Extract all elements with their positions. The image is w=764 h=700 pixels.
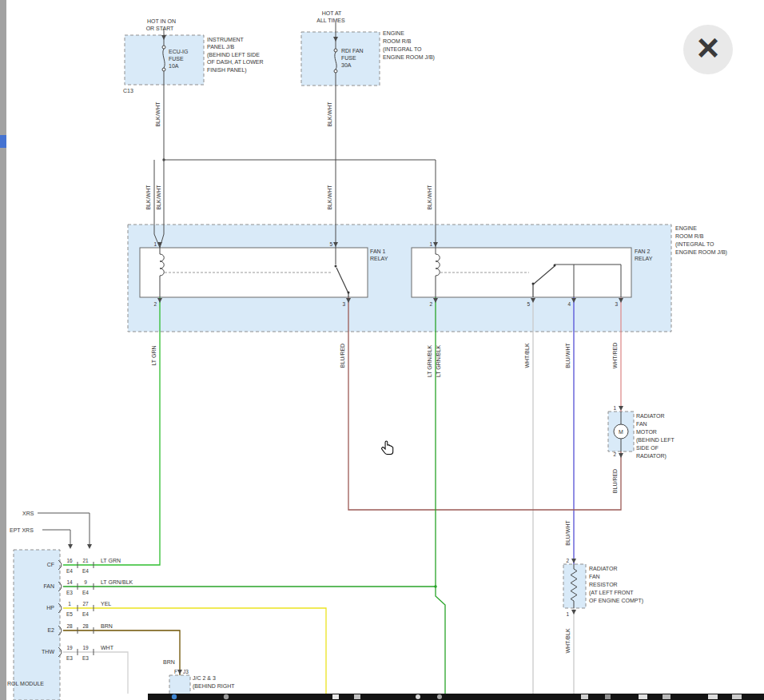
pin-number: 9 <box>84 579 87 585</box>
connector-name: XRS <box>22 511 34 516</box>
power-label: HOT IN ON <box>147 18 176 24</box>
location-note: (BEHIND LEFT <box>636 437 675 443</box>
location-note: (AT LEFT FRONT <box>589 590 634 596</box>
taskbar-app-icon[interactable] <box>605 694 611 699</box>
ecm-pin-name: HP <box>46 605 54 611</box>
connector-id: E4 <box>82 590 89 595</box>
connector-id: J3 <box>183 669 189 674</box>
modal-background <box>6 0 764 700</box>
taskbar-app-icon[interactable] <box>732 694 742 699</box>
fuse-name: FUSE <box>341 55 356 61</box>
location-note: PANEL J/B <box>207 44 235 50</box>
junction-dot <box>162 158 165 161</box>
pin-number: 27 <box>82 601 89 607</box>
pin-number: 14 <box>66 579 73 585</box>
pin-number: 3 <box>342 301 345 307</box>
relay-name: RELAY <box>635 256 653 261</box>
location-note: FAN <box>589 574 600 579</box>
resistor-box <box>563 564 586 608</box>
connector-id: E3 <box>82 655 89 661</box>
pin-number: 2 <box>566 558 569 563</box>
taskbar-app-icon[interactable] <box>639 694 647 699</box>
fuse-name: RDI FAN <box>341 48 364 54</box>
location-note: ENGINE ROOM J/B) <box>675 249 727 256</box>
wire-label: WHT <box>101 645 114 650</box>
connector-id: E4 <box>82 611 89 617</box>
location-note: ENGINE ROOM J/B) <box>383 54 435 61</box>
location-note: ENGINE <box>675 225 697 231</box>
taskbar-strip[interactable] <box>148 694 764 700</box>
pin-number: 2 <box>429 301 432 307</box>
power-label: ALL TIMES <box>316 18 345 23</box>
taskbar-app-icon[interactable] <box>416 694 420 699</box>
wire-label: YEL <box>101 601 111 607</box>
pin-number: 28 <box>66 623 73 629</box>
taskbar[interactable] <box>148 694 764 700</box>
taskbar-app-icon[interactable] <box>663 694 670 699</box>
ecm-box <box>14 550 60 700</box>
location-note: OF DASH, AT LOWER <box>207 59 264 65</box>
connector-id: E4 <box>82 568 89 574</box>
wire-label: BLK/WHT <box>327 185 332 210</box>
taskbar-app-icon[interactable] <box>224 694 229 699</box>
wire-label: BLK/WHT <box>145 185 151 210</box>
wire-label: LT GRN <box>101 558 121 563</box>
wire-label: WHT/BLK <box>565 628 571 653</box>
pin-number: 1 <box>153 241 157 247</box>
power-label: HOT AT <box>322 10 342 16</box>
fuse-name: FUSE <box>169 56 184 62</box>
taskbar-app-icon[interactable] <box>332 694 339 699</box>
location-note: ROOM R/B <box>675 233 704 239</box>
wire-label: BLU/WHT <box>565 343 571 368</box>
connector-name: EPT XRS <box>10 527 34 533</box>
junction-dot <box>434 585 437 588</box>
wire-label: BLK/WHT <box>155 101 161 127</box>
pin-number: F <box>174 669 177 674</box>
connector-id: E4 <box>66 568 73 574</box>
page-edge-accent <box>0 135 6 148</box>
location-note: RADIATOR) <box>636 453 667 459</box>
taskbar-app-icon[interactable] <box>354 694 360 699</box>
connector-id: E5 <box>66 611 73 617</box>
location-note: OF ENGINE COMPT) <box>589 598 643 604</box>
location-note: ENGINE <box>383 30 404 36</box>
taskbar-app-icon[interactable] <box>437 694 442 699</box>
pin-number: 28 <box>82 623 89 629</box>
wire-label: BLK/WHT <box>156 185 161 210</box>
module-label: ROL MODULE <box>7 681 44 686</box>
page-edge <box>0 0 6 700</box>
location-note: FAN <box>636 421 647 427</box>
wire-label: BLU/WHT <box>565 520 571 546</box>
location-note: FINISH PANEL) <box>207 67 247 74</box>
pin-number: 19 <box>82 645 89 650</box>
location-note: MOTOR <box>636 429 657 435</box>
pin-number: 19 <box>66 645 73 650</box>
wire-label: LT GRN/BLK <box>101 579 133 585</box>
ecm-pin-name: FAN <box>43 583 54 589</box>
fuse-rating: 30A <box>341 62 352 68</box>
location-note: (INTEGRAL TO <box>675 241 714 248</box>
fuse-box-rdifan <box>301 32 380 86</box>
location-note: (INTEGRAL TO <box>383 46 422 53</box>
pin-number: 3 <box>615 301 618 307</box>
connector-id: E3 <box>66 655 73 661</box>
pin-number: 4 <box>567 301 571 307</box>
wire-label: BLK/WHT <box>327 101 332 127</box>
wire-label: LT GRN/BLK <box>436 345 441 378</box>
taskbar-app-icon[interactable] <box>708 694 718 699</box>
location-note: RESISTOR <box>589 582 618 587</box>
taskbar-app-icon[interactable] <box>581 694 588 699</box>
fuse-rating: 10A <box>169 63 179 69</box>
pin-number: 2 <box>613 451 616 457</box>
relay-name: FAN 1 <box>370 249 386 254</box>
close-button[interactable]: × <box>683 25 733 74</box>
wire-label: WHT/BLK <box>524 343 530 368</box>
pin-number: 16 <box>66 558 73 563</box>
taskbar-app-icon[interactable] <box>172 694 177 699</box>
fuse-name: ECU-IG <box>169 49 189 54</box>
ecm-pin-name: THW <box>42 649 54 654</box>
wire-label: WHT/RED <box>612 343 618 369</box>
location-note: (BEHIND RIGHT <box>193 683 235 690</box>
pin-number: 1 <box>429 241 432 247</box>
relay-name: FAN 2 <box>635 249 651 254</box>
